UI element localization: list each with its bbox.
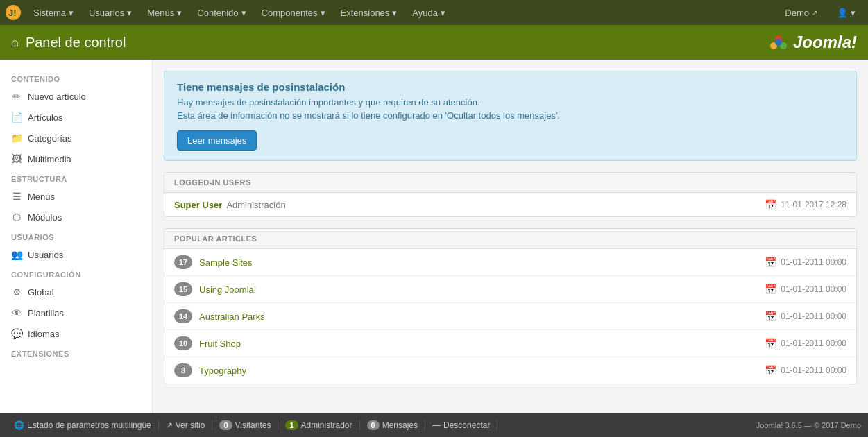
estado-multilingue[interactable]: 🌐 Estado de parámetros multilingüe (7, 420, 159, 430)
sidebar-section-usuarios: USUARIOS (0, 228, 152, 244)
article-badge-2: 14 (174, 309, 192, 323)
popular-articles-panel: POPULAR ARTICLES 17 Sample Sites 📅 01-01… (164, 228, 857, 384)
postinstall-line2: Esta área de información no se mostrará … (177, 110, 844, 121)
nav-usuarios[interactable]: Usuarios ▾ (82, 3, 139, 22)
sidebar: CONTENIDO ✏ Nuevo artículo 📄 Artículos 📁… (0, 60, 153, 413)
logged-in-users-panel: LOGGED-IN USERS Super User Administració… (164, 172, 857, 217)
nav-menus[interactable]: Menús ▾ (140, 3, 189, 22)
calendar-icon: 📅 (765, 338, 776, 349)
calendar-icon: 📅 (765, 365, 776, 376)
edit-icon: ✏ (11, 91, 22, 102)
article-badge-3: 10 (174, 336, 192, 350)
article-title-3[interactable]: Fruit Shop (199, 339, 241, 349)
sidebar-item-multimedia[interactable]: 🖼 Multimedia (0, 148, 152, 169)
logged-user-role: Administración (226, 200, 285, 210)
nav-contenido[interactable]: Contenido ▾ (190, 3, 253, 22)
joomla-brand: Joomla! (768, 32, 857, 53)
sidebar-item-plantillas[interactable]: 👁 Plantillas (0, 302, 152, 323)
article-badge-1: 15 (174, 282, 192, 296)
module-icon: ⬡ (11, 212, 22, 223)
sidebar-item-idiomas[interactable]: 💬 Idiomas (0, 323, 152, 344)
mensajes-item[interactable]: 0 Mensajes (360, 420, 425, 430)
table-row: 15 Using Joomla! 📅 01-01-2011 00:00 (164, 276, 856, 303)
logged-in-users-header: LOGGED-IN USERS (164, 173, 856, 193)
table-row: 10 Fruit Shop 📅 01-01-2011 00:00 (164, 330, 856, 357)
sidebar-item-modulos[interactable]: ⬡ Módulos (0, 207, 152, 228)
desconectar-item[interactable]: — Desconectar (425, 420, 497, 430)
chevron-down-icon: ▾ (392, 8, 397, 18)
nav-user[interactable]: 👤 ▾ (830, 3, 862, 22)
visitantes-item[interactable]: 0 Visitantes (212, 420, 278, 430)
sidebar-section-contenido: CONTENIDO (0, 69, 152, 86)
article-title-2[interactable]: Australian Parks (199, 311, 265, 322)
chevron-down-icon: ▾ (241, 8, 246, 18)
postinstall-title: Tiene mensajes de posinstalación (177, 81, 844, 93)
nav-ayuda[interactable]: Ayuda ▾ (405, 3, 452, 22)
svg-text:J!: J! (8, 8, 17, 18)
sidebar-section-configuracion: CONFIGURACIÓN (0, 265, 152, 282)
sidebar-item-nuevo-articulo[interactable]: ✏ Nuevo artículo (0, 86, 152, 107)
chevron-down-icon: ▾ (441, 8, 445, 18)
sidebar-item-menus[interactable]: ☰ Menús (0, 186, 152, 207)
header-bar: ⌂ Panel de control Joomla! (0, 25, 868, 60)
postinstall-line1: Hay mensajes de posinstalación important… (177, 97, 844, 108)
nav-demo[interactable]: Demo ↗ (778, 3, 824, 22)
article-date-0: 📅 01-01-2011 00:00 (765, 257, 846, 268)
nav-sistema[interactable]: Sistema ▾ (26, 3, 80, 22)
articles-icon: 📄 (11, 112, 22, 123)
folder-icon: 📁 (11, 132, 22, 144)
nav-extensiones[interactable]: Extensiones ▾ (334, 3, 405, 22)
calendar-icon: 📅 (765, 311, 776, 322)
administrador-item[interactable]: 1 Administrador (278, 420, 359, 430)
article-title-4[interactable]: Typography (199, 366, 246, 376)
sidebar-item-global[interactable]: ⚙ Global (0, 282, 152, 302)
page-title-area: ⌂ Panel de control (11, 35, 126, 51)
menu-icon: ☰ (11, 191, 22, 202)
article-badge-4: 8 (174, 363, 192, 377)
popular-articles-header: POPULAR ARTICLES (164, 229, 856, 249)
nav-right-area: Demo ↗ 👤 ▾ (778, 3, 862, 22)
nav-componentes[interactable]: Componentes ▾ (255, 3, 332, 22)
chevron-down-icon: ▾ (177, 8, 182, 18)
calendar-icon: 📅 (765, 199, 776, 210)
version-info: Joomla! 3.6.5 — © 2017 Demo (756, 421, 861, 429)
ver-sitio[interactable]: ↗ Ver sitio (159, 420, 213, 430)
mensajes-badge: 0 (367, 420, 380, 430)
table-row: 14 Australian Parks 📅 01-01-2011 00:00 (164, 303, 856, 330)
external-icon: ↗ (166, 420, 173, 430)
table-row: 17 Sample Sites 📅 01-01-2011 00:00 (164, 249, 856, 276)
content-area: Tiene mensajes de posinstalación Hay men… (153, 60, 868, 413)
bottom-bar: 🌐 Estado de parámetros multilingüe ↗ Ver… (0, 413, 868, 437)
visitantes-badge: 0 (219, 420, 232, 430)
chevron-down-icon: ▾ (851, 8, 856, 18)
top-navigation: J! Sistema ▾ Usuarios ▾ Menús ▾ Contenid… (0, 0, 868, 25)
article-title-0[interactable]: Sample Sites (199, 257, 253, 268)
joomla-logo-nav: J! (6, 5, 21, 20)
article-date-2: 📅 01-01-2011 00:00 (765, 311, 846, 322)
gear-icon: ⚙ (11, 286, 22, 298)
chevron-down-icon: ▾ (127, 8, 132, 18)
globe-icon: 🌐 (14, 420, 24, 430)
calendar-icon: 📅 (765, 284, 776, 295)
users-icon: 👥 (11, 249, 22, 260)
logged-user-name[interactable]: Super User (174, 200, 222, 210)
sidebar-item-articulos[interactable]: 📄 Artículos (0, 107, 152, 128)
article-title-1[interactable]: Using Joomla! (199, 284, 256, 295)
image-icon: 🖼 (11, 153, 22, 164)
eye-icon: 👁 (11, 307, 22, 318)
chevron-down-icon: ▾ (321, 8, 325, 18)
nav-items: Sistema ▾ Usuarios ▾ Menús ▾ Contenido ▾… (26, 3, 778, 22)
logged-user-date-area: 📅 11-01-2017 12:28 (765, 199, 846, 210)
home-icon[interactable]: ⌂ (11, 35, 19, 50)
language-icon: 💬 (11, 328, 22, 339)
external-link-icon: ↗ (812, 9, 817, 17)
read-messages-button[interactable]: Leer mensajes (177, 130, 257, 151)
article-badge-0: 17 (174, 255, 192, 269)
postinstall-box: Tiene mensajes de posinstalación Hay men… (164, 71, 857, 161)
logged-user-date: 11-01-2017 12:28 (781, 200, 846, 209)
joomla-flame-icon (768, 32, 789, 53)
sidebar-item-usuarios[interactable]: 👥 Usuarios (0, 244, 152, 265)
table-row: 8 Typography 📅 01-01-2011 00:00 (164, 357, 856, 384)
svg-point-5 (775, 39, 782, 46)
sidebar-item-categorias[interactable]: 📁 Categorías (0, 128, 152, 148)
